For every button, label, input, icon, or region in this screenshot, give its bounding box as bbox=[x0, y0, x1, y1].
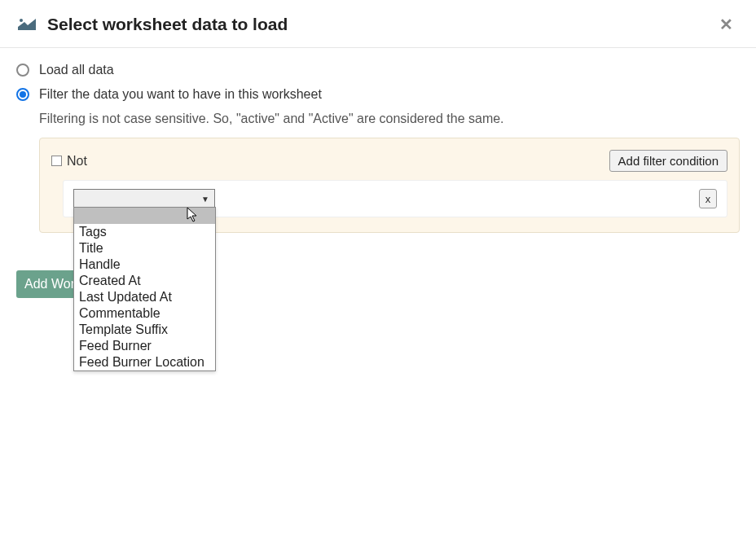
close-button[interactable]: ✕ bbox=[713, 11, 740, 37]
not-checkbox[interactable] bbox=[51, 156, 62, 166]
chevron-down-icon: ▼ bbox=[201, 195, 209, 204]
dialog-title: Select worksheet data to load bbox=[47, 15, 713, 34]
svg-point-0 bbox=[20, 19, 23, 22]
dropdown-item[interactable]: Tags bbox=[74, 224, 215, 240]
add-worksheet-button[interactable]: Add Worksheet bbox=[16, 270, 78, 298]
radio-icon bbox=[16, 88, 29, 101]
dropdown-item[interactable]: Last Updated At bbox=[74, 289, 215, 305]
radio-filter-data[interactable]: Filter the data you want to have in this… bbox=[16, 87, 740, 102]
dropdown-item[interactable]: Feed Burner Location bbox=[74, 354, 215, 370]
radio-icon bbox=[16, 64, 29, 77]
not-label: Not bbox=[67, 154, 87, 169]
filter-field-dropdown[interactable]: TagsTitleHandleCreated AtLast Updated At… bbox=[73, 207, 216, 371]
close-icon: ✕ bbox=[719, 15, 733, 33]
filter-hint-text: Filtering is not case sensitive. So, "ac… bbox=[39, 112, 740, 126]
dropdown-item[interactable]: Created At bbox=[74, 273, 215, 289]
radio-load-all[interactable]: Load all data bbox=[16, 63, 740, 77]
radio-label: Filter the data you want to have in this… bbox=[39, 87, 322, 102]
dropdown-item[interactable]: Handle bbox=[74, 256, 215, 273]
remove-label: x bbox=[705, 193, 711, 205]
dropdown-item[interactable]: Commentable bbox=[74, 305, 215, 322]
remove-condition-button[interactable]: x bbox=[699, 189, 717, 208]
dialog-header: Select worksheet data to load ✕ bbox=[0, 0, 756, 48]
filter-field-select[interactable]: ▼ bbox=[73, 189, 215, 208]
dropdown-item[interactable]: Title bbox=[74, 240, 215, 256]
dropdown-item[interactable]: Feed Burner bbox=[74, 338, 215, 354]
dropdown-item[interactable]: Template Suffix bbox=[74, 322, 215, 338]
add-filter-condition-button[interactable]: Add filter condition bbox=[609, 150, 727, 172]
dropdown-item[interactable] bbox=[74, 208, 215, 224]
radio-label: Load all data bbox=[39, 63, 114, 77]
worksheet-icon bbox=[16, 17, 37, 32]
not-checkbox-wrap[interactable]: Not bbox=[51, 154, 87, 169]
